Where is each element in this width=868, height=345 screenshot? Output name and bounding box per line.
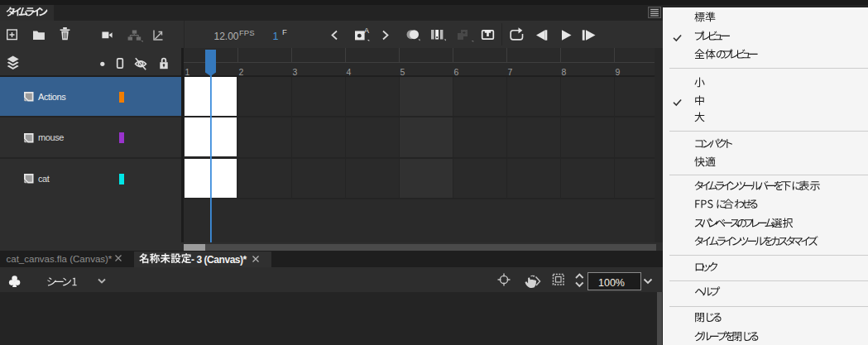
svg-text:A: A bbox=[364, 26, 369, 35]
